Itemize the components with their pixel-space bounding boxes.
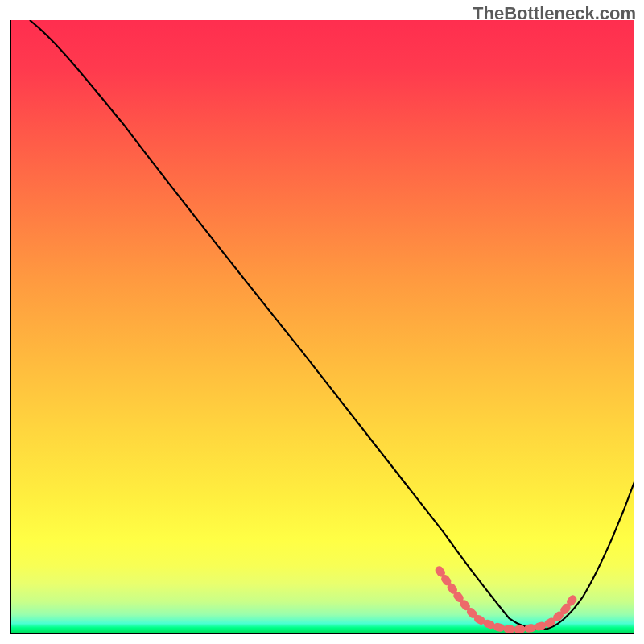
main-curve [30,20,634,630]
chart-container: TheBottleneck.com [0,0,644,644]
plot-area [10,20,634,634]
watermark-text: TheBottleneck.com [473,3,636,24]
optimal-segment [440,570,574,630]
curve-layer [11,20,634,633]
